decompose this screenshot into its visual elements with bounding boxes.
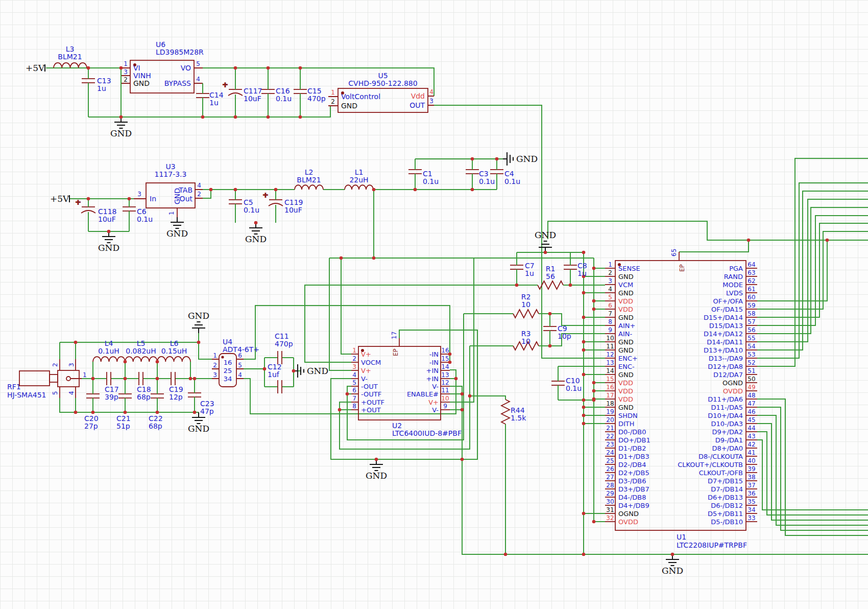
svg-text:RAND: RAND [724, 273, 743, 280]
gnd-symbol[interactable]: GND [366, 459, 387, 481]
svg-text:35: 35 [748, 498, 755, 505]
svg-text:HJ-SMA451: HJ-SMA451 [7, 391, 46, 399]
svg-text:4: 4 [197, 182, 201, 189]
svg-text:OF-/DA15: OF-/DA15 [711, 306, 743, 313]
svg-text:16: 16 [606, 384, 614, 391]
svg-text:VINH: VINH [133, 72, 151, 80]
svg-text:C6: C6 [137, 207, 147, 216]
svg-text:VI: VI [133, 64, 140, 72]
svg-text:C4: C4 [504, 170, 514, 178]
svg-text:1: 1 [124, 60, 128, 67]
svg-text:0.1uH: 0.1uH [98, 347, 119, 355]
svg-text:43: 43 [748, 433, 755, 440]
svg-text:9: 9 [608, 326, 612, 334]
svg-text:12: 12 [606, 351, 614, 358]
svg-text:5: 5 [608, 294, 612, 301]
svg-text:LTC2208IUP#TRPBF: LTC2208IUP#TRPBF [677, 541, 747, 549]
svg-text:4: 4 [352, 371, 356, 379]
svg-text:1: 1 [83, 371, 87, 379]
svg-text:CLKOUT+/CLKOUTB: CLKOUT+/CLKOUTB [678, 461, 743, 469]
svg-text:C119: C119 [284, 198, 303, 206]
svg-text:C11: C11 [275, 332, 289, 340]
svg-text:-IN: -IN [429, 350, 439, 358]
gnd-symbol[interactable]: GND [535, 230, 556, 252]
svg-text:R44: R44 [511, 406, 525, 414]
svg-text:2: 2 [213, 362, 217, 369]
svg-text:D4+/DB9: D4+/DB9 [618, 502, 649, 509]
gnd-symbol[interactable]: GND [188, 412, 209, 434]
svg-text:GND: GND [618, 314, 634, 321]
svg-text:6: 6 [352, 387, 356, 394]
svg-text:1: 1 [331, 89, 335, 96]
svg-text:C9: C9 [558, 324, 567, 333]
svg-text:3: 3 [213, 371, 217, 379]
gnd-symbol[interactable]: GND [503, 152, 538, 166]
component-rf1[interactable]: RF1 HJ-SMA451 1 2 3 5 4 [7, 359, 87, 399]
svg-text:+IN: +IN [426, 367, 439, 374]
svg-text:OGND: OGND [618, 510, 639, 518]
svg-text:1.5k: 1.5k [511, 414, 526, 422]
svg-text:LVDS: LVDS [726, 289, 743, 297]
svg-text:V+: V+ [361, 367, 371, 374]
gnd-symbol[interactable]: GND [662, 554, 683, 576]
svg-text:3: 3 [137, 191, 141, 198]
svg-text:22uH: 22uH [349, 176, 368, 184]
svg-text:D8+/DA0: D8+/DA0 [712, 444, 743, 452]
wire-layer[interactable] [46, 68, 868, 554]
power-flag-5v-top[interactable]: +5V [26, 63, 45, 73]
gnd-symbol[interactable]: GND [166, 217, 188, 239]
svg-text:C15: C15 [307, 87, 322, 95]
schematic-canvas[interactable]: +5V +5V U6 LD3985M28R VI VINH GND VO BYP… [0, 0, 868, 609]
svg-text:D3-/DB6: D3-/DB6 [618, 477, 646, 485]
svg-text:0.1u: 0.1u [244, 206, 259, 214]
svg-text:VDD: VDD [618, 395, 633, 403]
svg-text:GND: GND [618, 371, 634, 379]
svg-text:LD3985M28R: LD3985M28R [156, 48, 204, 56]
svg-text:34: 34 [748, 506, 755, 513]
component-u1[interactable]: U1 LTC2208IUP#TRPBF 65 EP 1SENSE2GND3VCM… [605, 249, 757, 549]
component-u6[interactable]: U6 LD3985M28R VI VINH GND VO BYPASS 1 3 … [122, 40, 204, 93]
svg-text:C19: C19 [169, 385, 183, 393]
svg-text:14: 14 [441, 363, 449, 370]
svg-text:4: 4 [68, 391, 75, 395]
svg-text:+IN: +IN [426, 375, 439, 383]
gnd-symbol[interactable]: GND [110, 117, 132, 138]
svg-text:+OUTF: +OUTF [361, 399, 384, 406]
svg-text:Vdd: Vdd [411, 92, 425, 100]
component-u2[interactable]: U2 LTC6400IUD-8#PBF 17 EP 1V+2VOCM3V+4V-… [351, 332, 462, 437]
svg-text:2: 2 [331, 98, 335, 105]
svg-text:+: + [76, 198, 81, 206]
svg-text:V-: V- [432, 383, 439, 390]
svg-text:OUT: OUT [409, 101, 425, 109]
svg-text:29: 29 [606, 490, 614, 497]
svg-text:V-: V- [432, 406, 439, 414]
svg-text:C23: C23 [200, 400, 214, 408]
svg-text:EP: EP [392, 348, 399, 356]
gnd-symbol[interactable]: GND [98, 231, 119, 253]
svg-text:VDD: VDD [618, 379, 633, 387]
svg-text:15: 15 [606, 376, 614, 383]
svg-text:VDD: VDD [618, 306, 633, 313]
svg-text:0.1u: 0.1u [566, 384, 582, 392]
gnd-symbol[interactable]: GND [188, 311, 209, 333]
svg-text:34: 34 [224, 375, 232, 383]
svg-text:GND: GND [618, 273, 634, 280]
svg-text:55: 55 [748, 335, 755, 342]
power-flag-5v-mid[interactable]: +5V [50, 194, 69, 204]
svg-text:+: + [263, 191, 269, 199]
svg-text:38: 38 [748, 474, 755, 481]
svg-text:C1: C1 [423, 170, 432, 178]
component-u4[interactable]: U4 ADT4-6T+ 1 2 3 6 5 4 16 25 34 [212, 338, 259, 387]
svg-text:37: 37 [748, 482, 755, 489]
svg-text:D6+/DB13: D6+/DB13 [708, 494, 743, 501]
svg-text:56: 56 [546, 272, 555, 280]
svg-text:C117: C117 [244, 87, 262, 95]
component-u5[interactable]: U5 CVHD-950-122.880 VoltControl GND Vdd … [328, 72, 434, 112]
svg-text:D5-/DB10: D5-/DB10 [711, 518, 743, 526]
svg-text:11: 11 [441, 387, 449, 394]
svg-text:D0-/DB0: D0-/DB0 [618, 428, 646, 436]
svg-text:68p: 68p [149, 422, 162, 430]
svg-text:GND: GND [618, 338, 634, 346]
svg-text:51p: 51p [116, 422, 130, 430]
gnd-symbol[interactable]: GND [245, 223, 267, 244]
